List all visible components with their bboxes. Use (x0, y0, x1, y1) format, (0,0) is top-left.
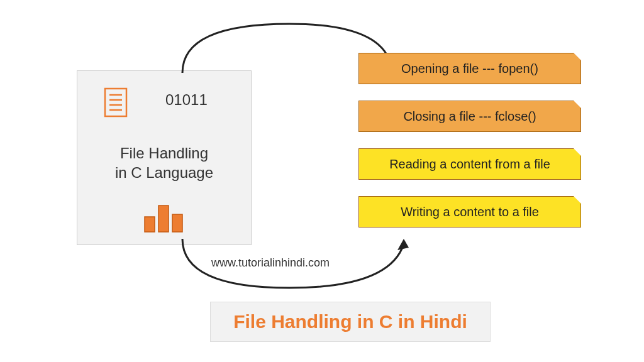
title-line-1: File Handling (120, 145, 208, 162)
title-line-2: in C Language (115, 164, 213, 181)
main-title: File Handling in C Language (77, 143, 251, 182)
binary-code-text: 01011 (165, 91, 208, 109)
operation-box-read: Reading a content from a file (358, 148, 581, 180)
bar-chart-icon (143, 203, 185, 237)
operation-label: Opening a file --- fopen() (401, 62, 538, 76)
website-url: www.tutorialinhindi.com (211, 256, 330, 270)
operation-label: Writing a content to a file (401, 205, 539, 219)
footer-title-box: File Handling in C in Hindi (210, 302, 491, 342)
operation-box-write: Writing a content to a file (358, 196, 581, 228)
operation-box-close: Closing a file --- fclose() (358, 101, 581, 132)
operation-label: Reading a content from a file (389, 157, 550, 172)
operation-label: Closing a file --- fclose() (403, 109, 536, 124)
svg-rect-0 (105, 89, 126, 116)
svg-rect-5 (145, 217, 155, 232)
document-icon (103, 87, 129, 120)
svg-rect-7 (172, 214, 182, 232)
svg-marker-9 (397, 239, 409, 250)
footer-title: File Handling in C in Hindi (233, 311, 467, 332)
svg-rect-6 (158, 206, 169, 232)
operation-box-open: Opening a file --- fopen() (358, 53, 581, 84)
main-info-box: 01011 File Handling in C Language (77, 70, 252, 245)
